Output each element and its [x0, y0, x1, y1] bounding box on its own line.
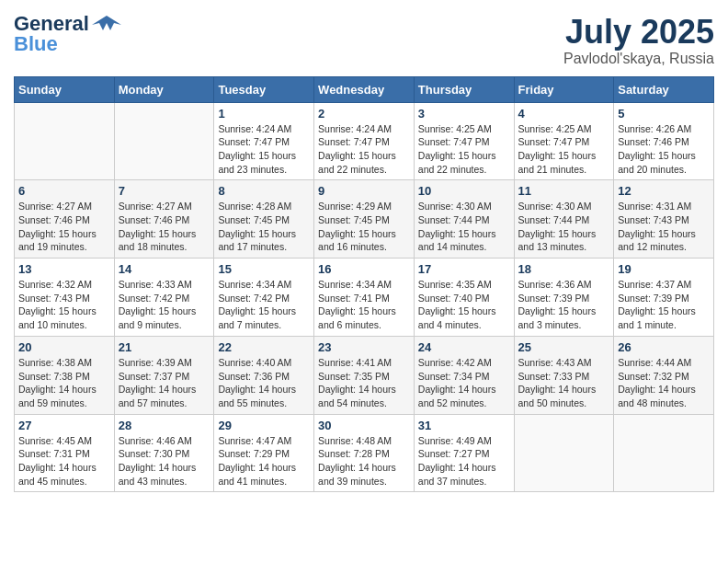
day-number: 21: [119, 340, 210, 354]
day-info: Sunrise: 4:31 AM Sunset: 7:43 PM Dayligh…: [618, 200, 710, 254]
day-number: 4: [518, 107, 610, 121]
day-number: 29: [218, 419, 310, 432]
week-row-4: 20Sunrise: 4:38 AM Sunset: 7:38 PM Dayli…: [15, 336, 714, 414]
day-info: Sunrise: 4:27 AM Sunset: 7:46 PM Dayligh…: [18, 200, 110, 254]
weekday-header-thursday: Thursday: [414, 76, 514, 102]
week-row-2: 6Sunrise: 4:27 AM Sunset: 7:46 PM Daylig…: [15, 180, 714, 259]
calendar-cell: 28Sunrise: 4:46 AM Sunset: 7:30 PM Dayli…: [114, 414, 214, 492]
weekday-header-tuesday: Tuesday: [214, 76, 314, 102]
calendar-cell: 13Sunrise: 4:32 AM Sunset: 7:43 PM Dayli…: [15, 259, 115, 337]
week-row-1: 1Sunrise: 4:24 AM Sunset: 7:47 PM Daylig…: [15, 102, 714, 180]
day-info: Sunrise: 4:32 AM Sunset: 7:43 PM Dayligh…: [18, 278, 110, 332]
calendar-cell: 27Sunrise: 4:45 AM Sunset: 7:31 PM Dayli…: [15, 414, 115, 492]
logo-blue-text: Blue: [14, 34, 58, 54]
calendar-cell: 11Sunrise: 4:30 AM Sunset: 7:44 PM Dayli…: [514, 180, 614, 259]
day-info: Sunrise: 4:30 AM Sunset: 7:44 PM Dayligh…: [418, 200, 510, 254]
day-number: 31: [418, 419, 510, 432]
day-info: Sunrise: 4:44 AM Sunset: 7:32 PM Dayligh…: [618, 356, 710, 410]
day-number: 28: [119, 419, 210, 432]
day-number: 22: [218, 340, 310, 354]
calendar-cell: 8Sunrise: 4:28 AM Sunset: 7:45 PM Daylig…: [214, 180, 314, 259]
day-number: 30: [318, 419, 410, 432]
day-number: 17: [418, 262, 510, 276]
day-info: Sunrise: 4:43 AM Sunset: 7:33 PM Dayligh…: [518, 356, 610, 410]
day-number: 11: [518, 184, 610, 198]
calendar-cell: 24Sunrise: 4:42 AM Sunset: 7:34 PM Dayli…: [414, 336, 514, 414]
day-number: 13: [18, 262, 110, 276]
day-info: Sunrise: 4:49 AM Sunset: 7:27 PM Dayligh…: [418, 434, 510, 488]
day-info: Sunrise: 4:29 AM Sunset: 7:45 PM Dayligh…: [318, 200, 410, 254]
calendar-cell: 10Sunrise: 4:30 AM Sunset: 7:44 PM Dayli…: [414, 180, 514, 259]
calendar-cell: [114, 102, 214, 180]
day-number: 2: [318, 107, 410, 121]
calendar-cell: 25Sunrise: 4:43 AM Sunset: 7:33 PM Dayli…: [514, 336, 614, 414]
day-info: Sunrise: 4:45 AM Sunset: 7:31 PM Dayligh…: [18, 434, 110, 488]
day-number: 27: [18, 419, 110, 432]
day-number: 26: [618, 340, 710, 354]
day-number: 1: [218, 107, 310, 121]
day-number: 10: [418, 184, 510, 198]
weekday-header-monday: Monday: [114, 76, 214, 102]
day-number: 12: [618, 184, 710, 198]
day-info: Sunrise: 4:25 AM Sunset: 7:47 PM Dayligh…: [518, 122, 610, 177]
day-info: Sunrise: 4:36 AM Sunset: 7:39 PM Dayligh…: [518, 278, 610, 332]
calendar-cell: 15Sunrise: 4:34 AM Sunset: 7:42 PM Dayli…: [214, 259, 314, 337]
page-header: General Blue July 2025 Pavlodol'skaya, R…: [14, 14, 714, 67]
calendar-cell: 19Sunrise: 4:37 AM Sunset: 7:39 PM Dayli…: [614, 259, 714, 337]
day-number: 5: [618, 107, 710, 121]
day-info: Sunrise: 4:37 AM Sunset: 7:39 PM Dayligh…: [618, 278, 710, 332]
calendar-cell: 21Sunrise: 4:39 AM Sunset: 7:37 PM Dayli…: [114, 336, 214, 414]
day-info: Sunrise: 4:39 AM Sunset: 7:37 PM Dayligh…: [119, 356, 210, 410]
day-info: Sunrise: 4:41 AM Sunset: 7:35 PM Dayligh…: [318, 356, 410, 410]
month-title: July 2025: [563, 14, 714, 51]
logo: General Blue: [14, 14, 121, 54]
calendar-cell: 1Sunrise: 4:24 AM Sunset: 7:47 PM Daylig…: [214, 102, 314, 180]
day-number: 20: [18, 340, 110, 354]
day-number: 18: [518, 262, 610, 276]
weekday-header-sunday: Sunday: [15, 76, 115, 102]
calendar-cell: [15, 102, 115, 180]
calendar-cell: 16Sunrise: 4:34 AM Sunset: 7:41 PM Dayli…: [314, 259, 415, 337]
day-number: 15: [218, 262, 310, 276]
day-number: 14: [119, 262, 210, 276]
calendar-cell: [514, 414, 614, 492]
calendar-cell: 6Sunrise: 4:27 AM Sunset: 7:46 PM Daylig…: [15, 180, 115, 259]
day-info: Sunrise: 4:40 AM Sunset: 7:36 PM Dayligh…: [218, 356, 310, 410]
calendar-cell: 7Sunrise: 4:27 AM Sunset: 7:46 PM Daylig…: [114, 180, 214, 259]
calendar-cell: 31Sunrise: 4:49 AM Sunset: 7:27 PM Dayli…: [414, 414, 514, 492]
day-info: Sunrise: 4:34 AM Sunset: 7:41 PM Dayligh…: [318, 278, 410, 332]
day-number: 25: [518, 340, 610, 354]
day-info: Sunrise: 4:28 AM Sunset: 7:45 PM Dayligh…: [218, 200, 310, 254]
svg-marker-0: [92, 16, 121, 30]
day-info: Sunrise: 4:42 AM Sunset: 7:34 PM Dayligh…: [418, 356, 510, 410]
day-info: Sunrise: 4:24 AM Sunset: 7:47 PM Dayligh…: [218, 122, 310, 177]
calendar-cell: [614, 414, 714, 492]
day-number: 9: [318, 184, 410, 198]
calendar-table: SundayMondayTuesdayWednesdayThursdayFrid…: [14, 76, 714, 493]
calendar-cell: 2Sunrise: 4:24 AM Sunset: 7:47 PM Daylig…: [314, 102, 415, 180]
day-info: Sunrise: 4:33 AM Sunset: 7:42 PM Dayligh…: [119, 278, 210, 332]
day-info: Sunrise: 4:46 AM Sunset: 7:30 PM Dayligh…: [119, 434, 210, 488]
calendar-cell: 22Sunrise: 4:40 AM Sunset: 7:36 PM Dayli…: [214, 336, 314, 414]
day-info: Sunrise: 4:25 AM Sunset: 7:47 PM Dayligh…: [418, 122, 510, 177]
weekday-header-friday: Friday: [514, 76, 614, 102]
day-number: 19: [618, 262, 710, 276]
day-number: 23: [318, 340, 410, 354]
calendar-cell: 12Sunrise: 4:31 AM Sunset: 7:43 PM Dayli…: [614, 180, 714, 259]
day-info: Sunrise: 4:24 AM Sunset: 7:47 PM Dayligh…: [318, 122, 410, 177]
calendar-cell: 3Sunrise: 4:25 AM Sunset: 7:47 PM Daylig…: [414, 102, 514, 180]
day-number: 24: [418, 340, 510, 354]
day-info: Sunrise: 4:34 AM Sunset: 7:42 PM Dayligh…: [218, 278, 310, 332]
week-row-5: 27Sunrise: 4:45 AM Sunset: 7:31 PM Dayli…: [15, 414, 714, 492]
weekday-header-saturday: Saturday: [614, 76, 714, 102]
calendar-cell: 4Sunrise: 4:25 AM Sunset: 7:47 PM Daylig…: [514, 102, 614, 180]
day-info: Sunrise: 4:30 AM Sunset: 7:44 PM Dayligh…: [518, 200, 610, 254]
day-info: Sunrise: 4:38 AM Sunset: 7:38 PM Dayligh…: [18, 356, 110, 410]
day-number: 6: [18, 184, 110, 198]
logo-bird-icon: [92, 14, 121, 34]
calendar-cell: 29Sunrise: 4:47 AM Sunset: 7:29 PM Dayli…: [214, 414, 314, 492]
location-title: Pavlodol'skaya, Russia: [563, 51, 714, 67]
calendar-cell: 17Sunrise: 4:35 AM Sunset: 7:40 PM Dayli…: [414, 259, 514, 337]
day-info: Sunrise: 4:27 AM Sunset: 7:46 PM Dayligh…: [119, 200, 210, 254]
day-number: 7: [119, 184, 210, 198]
